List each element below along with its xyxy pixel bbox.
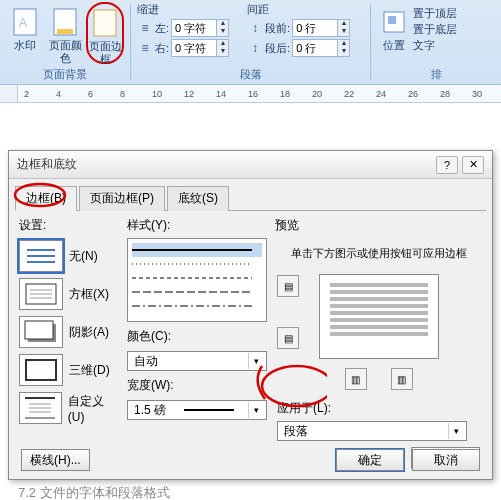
svg-rect-6 bbox=[388, 16, 396, 24]
spacing-after-input[interactable]: ▴▾ bbox=[292, 39, 350, 57]
cancel-button[interactable]: 取消 bbox=[412, 449, 480, 471]
watermark-button[interactable]: A 水印 bbox=[6, 2, 44, 64]
page-color-icon bbox=[50, 7, 80, 37]
doc-heading-text: 7.2 文件的字体和段落格式 bbox=[18, 484, 170, 500]
position-button[interactable]: 位置 bbox=[377, 2, 411, 64]
page-color-button[interactable]: 页面颜色 bbox=[46, 2, 84, 64]
ruler[interactable]: 24681012141618202224262830 bbox=[0, 85, 501, 103]
svg-text:A: A bbox=[19, 16, 27, 30]
group-paragraph: 缩进 ≡ 左: ▴▾ ≡ 右: ▴▾ 间距 ↕ 段前: ▴▾ bbox=[131, 0, 370, 84]
ribbon: A 水印 页面颜色 页面边框 页面背景 缩进 ≡ 左: ▴▾ bbox=[0, 0, 501, 85]
bring-front-button[interactable]: 置于顶层 bbox=[413, 6, 457, 21]
setting-none[interactable]: 无(N) bbox=[19, 238, 119, 274]
border-left-button[interactable]: ▥ bbox=[345, 368, 367, 390]
apply-to-dropdown[interactable]: 段落▾ bbox=[277, 421, 467, 441]
settings-column: 设置: 无(N) 方框(X) 阴影(A) 三维(D) 自定义(U) bbox=[19, 217, 119, 437]
text-wrap-button[interactable]: 文字 bbox=[413, 38, 457, 53]
tab-border[interactable]: 边框(B) bbox=[15, 186, 77, 211]
group-label-paragraph: 段落 bbox=[137, 66, 364, 83]
group-page-background: A 水印 页面颜色 页面边框 页面背景 bbox=[0, 0, 130, 84]
setting-box[interactable]: 方框(X) bbox=[19, 276, 119, 312]
preview-page[interactable] bbox=[319, 274, 439, 359]
tab-page-border[interactable]: 页面边框(P) bbox=[79, 186, 165, 211]
indent-left-icon: ≡ bbox=[137, 21, 153, 35]
svg-rect-4 bbox=[94, 10, 116, 36]
preview-column: 预览 单击下方图示或使用按钮可应用边框 ▤ ▤ ▥ ▥ 应 bbox=[275, 217, 482, 437]
svg-rect-15 bbox=[25, 321, 53, 339]
page-border-icon bbox=[90, 8, 120, 38]
color-dropdown[interactable]: 自动▾ bbox=[127, 351, 267, 371]
watermark-icon: A bbox=[10, 7, 40, 37]
border-top-button[interactable]: ▤ bbox=[277, 275, 299, 297]
borders-shading-dialog: 边框和底纹 ? ✕ 边框(B) 页面边框(P) 底纹(S) 设置: 无(N) 方… bbox=[8, 150, 493, 480]
chevron-down-icon: ▾ bbox=[248, 353, 264, 369]
send-back-button[interactable]: 置于底层 bbox=[413, 22, 457, 37]
style-listbox[interactable] bbox=[127, 238, 267, 322]
ok-button[interactable]: 确定 bbox=[336, 449, 404, 471]
indent-col: 缩进 ≡ 左: ▴▾ ≡ 右: ▴▾ bbox=[137, 2, 229, 59]
setting-custom[interactable]: 自定义(U) bbox=[19, 390, 119, 426]
indent-left-input[interactable]: ▴▾ bbox=[171, 19, 229, 37]
setting-shadow[interactable]: 阴影(A) bbox=[19, 314, 119, 350]
border-bottom-button[interactable]: ▤ bbox=[277, 327, 299, 349]
chevron-down-icon: ▾ bbox=[248, 402, 264, 418]
indent-right-icon: ≡ bbox=[137, 41, 153, 55]
spacing-after-icon: ↕ bbox=[247, 41, 263, 55]
svg-rect-16 bbox=[26, 360, 56, 380]
dialog-title: 边框和底纹 bbox=[17, 156, 77, 173]
group-arrange: 位置 置于顶层 置于底层 文字 排 bbox=[371, 0, 501, 84]
spacing-before-icon: ↕ bbox=[247, 21, 263, 35]
style-column: 样式(Y): 颜色(C): 自动▾ 宽度(W): 1.5 磅 ▾ bbox=[127, 217, 267, 437]
group-label-page-bg: 页面背景 bbox=[6, 66, 124, 83]
chevron-down-icon: ▾ bbox=[448, 423, 464, 439]
width-dropdown[interactable]: 1.5 磅 ▾ bbox=[127, 400, 267, 420]
horizontal-line-button[interactable]: 横线(H)... bbox=[21, 449, 90, 471]
indent-right-input[interactable]: ▴▾ bbox=[171, 39, 229, 57]
close-button[interactable]: ✕ bbox=[462, 156, 484, 174]
help-button[interactable]: ? bbox=[436, 156, 458, 174]
dialog-tabs: 边框(B) 页面边框(P) 底纹(S) bbox=[15, 185, 486, 211]
position-icon bbox=[379, 7, 409, 37]
border-right-button[interactable]: ▥ bbox=[391, 368, 413, 390]
tab-shading[interactable]: 底纹(S) bbox=[167, 186, 229, 211]
spacing-before-input[interactable]: ▴▾ bbox=[292, 19, 350, 37]
svg-rect-3 bbox=[57, 29, 73, 34]
page-border-button[interactable]: 页面边框 bbox=[86, 2, 124, 64]
dialog-titlebar[interactable]: 边框和底纹 ? ✕ bbox=[9, 151, 492, 179]
setting-3d[interactable]: 三维(D) bbox=[19, 352, 119, 388]
spacing-col: 间距 ↕ 段前: ▴▾ ↕ 段后: ▴▾ bbox=[247, 2, 350, 59]
